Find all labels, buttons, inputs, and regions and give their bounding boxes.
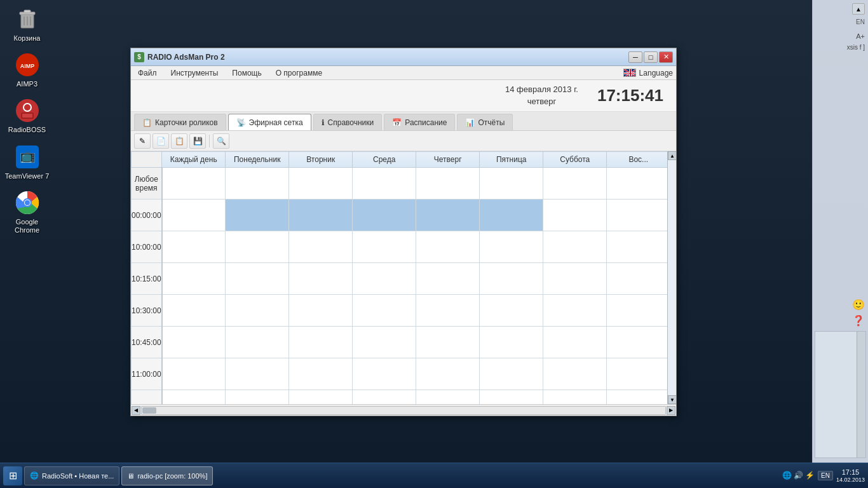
cell-1015-thu[interactable] <box>416 263 480 295</box>
taskbar-btn-radiosoft[interactable]: 🌐 RadioSoft • Новая те... <box>24 466 119 485</box>
cell-1045-tue[interactable] <box>289 327 353 358</box>
language-selector[interactable]: Language <box>623 69 673 78</box>
cell-anytime-thu[interactable] <box>416 168 480 200</box>
cell-1045-sat[interactable] <box>543 327 607 358</box>
scroll-right-btn[interactable]: ▶ <box>667 406 675 415</box>
cell-1100-thu[interactable] <box>416 358 480 390</box>
cell-1015-wed[interactable] <box>353 263 416 295</box>
cell-1045-mon[interactable] <box>226 327 289 358</box>
cell-1000-tue[interactable] <box>289 231 353 263</box>
cell-1015-every[interactable] <box>162 263 226 295</box>
grid-container[interactable]: Каждый день Понедельник Вторник Среда Че… <box>131 151 667 404</box>
toolbar-edit-btn[interactable]: ✎ <box>134 133 151 149</box>
cell-1030-tue[interactable] <box>289 295 353 327</box>
cell-1100-tue[interactable] <box>289 358 353 390</box>
cell-extra-sun[interactable] <box>607 390 667 405</box>
cell-0000-every[interactable] <box>162 200 226 231</box>
desktop-icon-trash[interactable]: Корзина <box>3 6 51 43</box>
desktop-icon-radioboss[interactable]: RadioBOSS <box>3 98 51 134</box>
cell-extra-every[interactable] <box>162 390 226 405</box>
cell-anytime-tue[interactable] <box>289 168 353 200</box>
cell-1000-wed[interactable] <box>353 231 416 263</box>
cell-anytime-sun[interactable] <box>607 168 667 200</box>
scroll-left-btn[interactable]: ◀ <box>132 406 140 415</box>
sidebar-up-btn[interactable]: ▲ <box>852 3 865 15</box>
tab-broadcast[interactable]: 📡 Эфирная сетка <box>228 114 311 130</box>
cell-1000-mon[interactable] <box>226 231 289 263</box>
cell-1045-fri[interactable] <box>480 327 543 358</box>
scroll-up-btn[interactable]: ▲ <box>668 151 676 160</box>
lang-btn[interactable]: EN <box>818 471 833 480</box>
cell-0000-tue[interactable] <box>289 200 353 231</box>
cell-1030-fri[interactable] <box>480 295 543 327</box>
cell-anytime-mon[interactable] <box>226 168 289 200</box>
cell-anytime-wed[interactable] <box>353 168 416 200</box>
cell-1015-tue[interactable] <box>289 263 353 295</box>
cell-0000-sat[interactable] <box>543 200 607 231</box>
cell-1015-mon[interactable] <box>226 263 289 295</box>
cell-1100-fri[interactable] <box>480 358 543 390</box>
cell-1000-fri[interactable] <box>480 231 543 263</box>
close-button[interactable]: ✕ <box>659 51 673 63</box>
taskbar-btn-radio-pc[interactable]: 🖥 radio-pc [zoom: 100%] <box>121 466 213 485</box>
cell-0000-fri[interactable] <box>480 200 543 231</box>
cell-1000-thu[interactable] <box>416 231 480 263</box>
start-button[interactable] <box>3 466 22 485</box>
tab-schedule[interactable]: 📅 Расписание <box>384 114 455 130</box>
cell-1100-sun[interactable] <box>607 358 667 390</box>
cell-1030-mon[interactable] <box>226 295 289 327</box>
cell-0000-sun[interactable] <box>607 200 667 231</box>
toolbar-save-btn[interactable]: 💾 <box>189 133 206 149</box>
desktop-icon-aimp3[interactable]: AIMP AIMP3 <box>3 52 51 88</box>
cell-1015-sat[interactable] <box>543 263 607 295</box>
tab-reports[interactable]: 📊 Отчёты <box>457 114 513 130</box>
menu-tools[interactable]: Инструменты <box>167 67 222 79</box>
cell-1045-sun[interactable] <box>607 327 667 358</box>
cell-0000-mon[interactable] <box>226 200 289 231</box>
cell-1000-sun[interactable] <box>607 231 667 263</box>
cell-extra-wed[interactable] <box>353 390 416 405</box>
cell-anytime-sat[interactable] <box>543 168 607 200</box>
desktop-icon-teamviewer[interactable]: 📺 TeamViewer 7 <box>3 144 51 180</box>
toolbar-search-btn[interactable]: 🔍 <box>213 133 229 149</box>
cell-extra-mon[interactable] <box>226 390 289 405</box>
cell-1030-sat[interactable] <box>543 295 607 327</box>
desktop-icon-chrome[interactable]: Google Chrome <box>3 190 51 234</box>
cell-1015-sun[interactable] <box>607 263 667 295</box>
cell-1045-wed[interactable] <box>353 327 416 358</box>
cell-extra-tue[interactable] <box>289 390 353 405</box>
cell-1015-fri[interactable] <box>480 263 543 295</box>
cell-1000-sat[interactable] <box>543 231 607 263</box>
h-scroll-thumb[interactable] <box>142 407 156 414</box>
toolbar-copy-btn[interactable]: 📋 <box>171 133 187 149</box>
cell-1100-sat[interactable] <box>543 358 607 390</box>
toolbar-new-btn[interactable]: 📄 <box>153 133 169 149</box>
cell-extra-thu[interactable] <box>416 390 480 405</box>
h-scroll-track[interactable] <box>141 406 666 415</box>
menu-file[interactable]: Файл <box>134 67 161 79</box>
minimize-button[interactable]: ─ <box>628 51 642 63</box>
cell-extra-sat[interactable] <box>543 390 607 405</box>
cell-1030-wed[interactable] <box>353 295 416 327</box>
scroll-down-btn[interactable]: ▼ <box>668 395 676 404</box>
cell-1030-sun[interactable] <box>607 295 667 327</box>
cell-0000-thu[interactable] <box>416 200 480 231</box>
cell-1030-every[interactable] <box>162 295 226 327</box>
vertical-scrollbar[interactable]: ▲ ▼ <box>667 151 676 404</box>
cell-1045-thu[interactable] <box>416 327 480 358</box>
cell-extra-fri[interactable] <box>480 390 543 405</box>
cell-0000-wed[interactable] <box>353 200 416 231</box>
cell-1100-every[interactable] <box>162 358 226 390</box>
maximize-button[interactable]: □ <box>644 51 658 63</box>
cell-anytime-every[interactable] <box>162 168 226 200</box>
menu-about[interactable]: О программе <box>272 67 326 79</box>
cell-1100-mon[interactable] <box>226 358 289 390</box>
cell-1045-every[interactable] <box>162 327 226 358</box>
menu-help[interactable]: Помощь <box>228 67 265 79</box>
cell-1030-thu[interactable] <box>416 295 480 327</box>
sidebar-scrollbar[interactable] <box>857 332 865 458</box>
cell-1100-wed[interactable] <box>353 358 416 390</box>
cell-anytime-fri[interactable] <box>480 168 543 200</box>
tab-references[interactable]: ℹ Справочники <box>313 114 383 130</box>
cell-1000-every[interactable] <box>162 231 226 263</box>
